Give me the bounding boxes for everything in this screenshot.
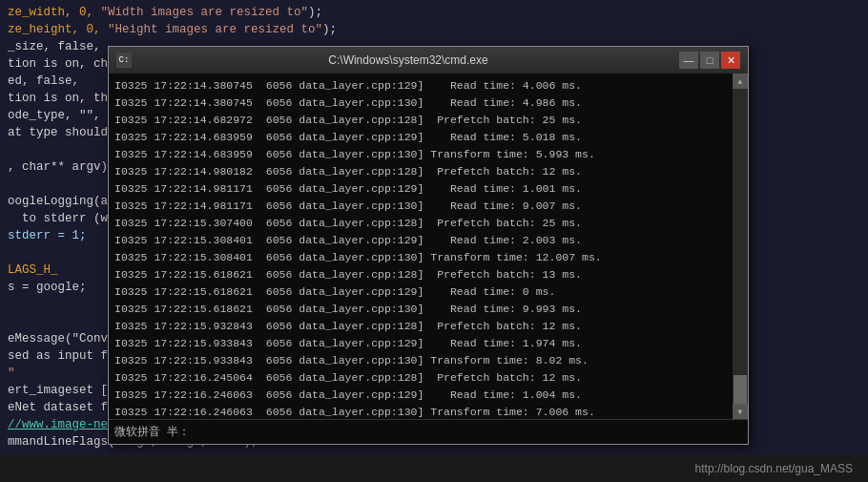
code-line-1: ze_width, 0, "Width images are resized t… — [8, 4, 860, 21]
credit-link: http://blog.csdn.net/gua_MASS — [695, 462, 853, 475]
cmd-scrollbar[interactable]: ▲ ▼ — [733, 73, 748, 419]
log-line: I0325 17:22:15.307400 6056 data_layer.cp… — [114, 215, 727, 232]
log-line: I0325 17:22:14.981171 6056 data_layer.cp… — [114, 198, 727, 215]
cmd-body: I0325 17:22:14.380745 6056 data_layer.cp… — [109, 73, 748, 419]
log-line: I0325 17:22:14.683959 6056 data_layer.cp… — [114, 129, 727, 146]
log-line: I0325 17:22:15.618621 6056 data_layer.cp… — [114, 266, 727, 283]
log-line: I0325 17:22:15.932843 6056 data_layer.cp… — [114, 318, 727, 335]
cmd-titlebar[interactable]: C: C:\Windows\system32\cmd.exe — □ ✕ — [109, 47, 748, 73]
log-line: I0325 17:22:16.246063 6056 data_layer.cp… — [114, 404, 727, 419]
log-line: I0325 17:22:15.933843 6056 data_layer.cp… — [114, 335, 727, 352]
scrollbar-up-arrow[interactable]: ▲ — [733, 73, 748, 89]
close-button[interactable]: ✕ — [721, 52, 740, 69]
log-line: I0325 17:22:15.618621 6056 data_layer.cp… — [114, 301, 727, 318]
scrollbar-track[interactable] — [733, 89, 748, 404]
cmd-title: C:\Windows\system32\cmd.exe — [137, 53, 679, 67]
cmd-window: C: C:\Windows\system32\cmd.exe — □ ✕ I03… — [108, 46, 749, 445]
scrollbar-down-arrow[interactable]: ▼ — [733, 404, 748, 419]
log-line: I0325 17:22:15.933843 6056 data_layer.cp… — [114, 352, 727, 369]
log-line: I0325 17:22:15.308401 6056 data_layer.cp… — [114, 232, 727, 249]
scrollbar-thumb[interactable] — [734, 375, 747, 404]
log-line: I0325 17:22:14.981171 6056 data_layer.cp… — [114, 180, 727, 198]
minimize-button[interactable]: — — [679, 52, 698, 69]
cmd-icon: C: — [116, 52, 132, 68]
log-line: I0325 17:22:14.682972 6056 data_layer.cp… — [114, 112, 727, 129]
log-line: I0325 17:22:16.245064 6056 data_layer.cp… — [114, 369, 727, 387]
code-line-2: ze_height, 0, "Height images are resized… — [8, 21, 860, 38]
bottom-bar: http://blog.csdn.net/gua_MASS — [0, 455, 868, 482]
maximize-button[interactable]: □ — [700, 52, 719, 69]
ime-indicator: 微软拼音 半： — [114, 426, 190, 439]
log-line: I0325 17:22:16.246063 6056 data_layer.cp… — [114, 387, 727, 404]
cmd-log-content: I0325 17:22:14.380745 6056 data_layer.cp… — [109, 73, 733, 419]
cmd-footer: 微软拼音 半： — [109, 419, 748, 444]
log-line: I0325 17:22:14.380745 6056 data_layer.cp… — [114, 94, 727, 112]
log-line: I0325 17:22:15.618621 6056 data_layer.cp… — [114, 283, 727, 301]
log-line: I0325 17:22:14.380745 6056 data_layer.cp… — [114, 77, 727, 94]
cmd-window-controls[interactable]: — □ ✕ — [679, 52, 740, 69]
log-line: I0325 17:22:14.980182 6056 data_layer.cp… — [114, 163, 727, 180]
log-line: I0325 17:22:15.308401 6056 data_layer.cp… — [114, 249, 727, 266]
log-line: I0325 17:22:14.683959 6056 data_layer.cp… — [114, 146, 727, 163]
